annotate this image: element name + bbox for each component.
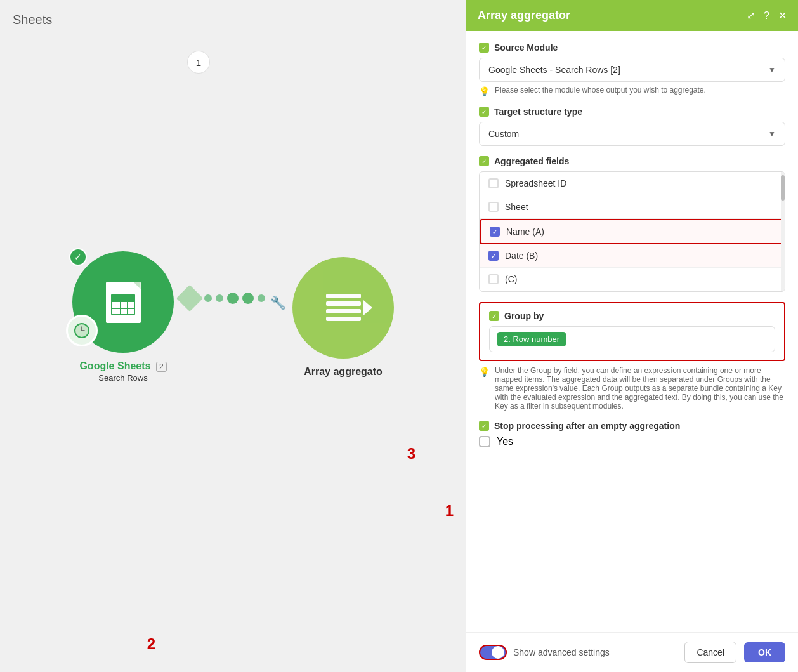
panel-header-icons: ⤢ ? ✕ bbox=[747, 10, 787, 22]
dot-4 bbox=[242, 293, 254, 304]
group-by-box: ✓ Group by 2. Row number bbox=[479, 302, 785, 361]
source-module-dropdown[interactable]: Google Sheets - Search Rows [2] ▼ bbox=[479, 58, 785, 82]
dot-1 bbox=[204, 294, 212, 302]
canvas-area: Sheets 1 bbox=[0, 0, 466, 672]
gs-sub: Search Rows bbox=[79, 373, 166, 383]
scroll-indicator bbox=[781, 172, 785, 291]
group-by-section: ✓ Group by 2. Row number 💡 Under the Gro… bbox=[479, 302, 785, 411]
checkbox-c[interactable] bbox=[488, 274, 499, 284]
source-module-arrow: ▼ bbox=[768, 65, 776, 74]
fields-scroll-wrapper: Spreadsheet ID Sheet ✓ Name (A) ✓ Date (… bbox=[479, 171, 785, 292]
canvas-title: Sheets bbox=[13, 13, 52, 27]
red-number-2: 2 bbox=[147, 635, 155, 653]
checkbox-date-b[interactable]: ✓ bbox=[488, 251, 499, 261]
field-label-spreadsheet-id: Spreadsheet ID bbox=[505, 178, 566, 188]
group-by-hint: 💡 Under the Group by field, you can defi… bbox=[479, 366, 785, 411]
field-row-date-b: ✓ Date (B) bbox=[480, 244, 785, 268]
panel-footer: Show advanced settings Cancel OK bbox=[466, 632, 798, 672]
red-number-3: 3 bbox=[407, 445, 415, 463]
checkbox-sheet[interactable] bbox=[488, 202, 499, 212]
red-number-1: 1 bbox=[445, 502, 454, 520]
toggle-row: Show advanced settings bbox=[479, 645, 677, 660]
target-structure-arrow: ▼ bbox=[768, 129, 776, 138]
yes-checkbox-row: Yes bbox=[479, 436, 785, 447]
hint-icon-group: 💡 bbox=[479, 367, 490, 377]
scroll-thumb bbox=[781, 175, 785, 201]
dot-2 bbox=[216, 294, 223, 302]
group-by-header: ✓ Group by bbox=[489, 311, 775, 321]
aggregated-fields-header: ✓ Aggregated fields bbox=[479, 156, 785, 166]
google-sheets-label: Google Sheets 2 Search Rows bbox=[79, 360, 166, 383]
source-module-label: Source Module bbox=[494, 43, 558, 53]
diamond-connector bbox=[176, 284, 203, 311]
toggle-knob bbox=[492, 646, 504, 659]
dot-3 bbox=[227, 293, 239, 304]
close-icon[interactable]: ✕ bbox=[778, 10, 787, 22]
group-chip: 2. Row number bbox=[497, 332, 566, 346]
checkbox-name-a[interactable]: ✓ bbox=[490, 227, 500, 237]
group-by-check: ✓ bbox=[489, 311, 499, 321]
field-row-spreadsheet-id: Spreadsheet ID bbox=[480, 172, 785, 195]
target-structure-section: ✓ Target structure type Custom ▼ bbox=[479, 107, 785, 146]
target-structure-label: Target structure type bbox=[494, 107, 582, 117]
google-sheets-circle[interactable] bbox=[72, 251, 174, 353]
target-structure-dropdown[interactable]: Custom ▼ bbox=[479, 122, 785, 146]
wrench-icon: 🔧 bbox=[270, 295, 286, 310]
agg-label-text: Array aggregato bbox=[304, 366, 383, 378]
field-label-name-a: Name (A) bbox=[506, 227, 544, 237]
hint-icon-source: 💡 bbox=[479, 86, 490, 96]
field-row-c: (C) bbox=[480, 268, 785, 291]
expand-icon[interactable]: ⤢ bbox=[747, 10, 755, 22]
gs-badge: 2 bbox=[156, 362, 167, 372]
step-bubble-1: 1 bbox=[187, 51, 210, 74]
workflow-container: ✓ Google Sheets 2 Search Rows 🔧 bbox=[72, 251, 394, 383]
aggregated-fields-check: ✓ bbox=[479, 156, 489, 166]
panel-title: Array aggregator bbox=[478, 9, 570, 22]
agg-line-4 bbox=[326, 317, 361, 321]
toggle-label: Show advanced settings bbox=[513, 647, 610, 657]
aggregator-icon bbox=[326, 294, 361, 321]
target-structure-value: Custom bbox=[488, 129, 519, 139]
google-sheets-node: ✓ Google Sheets 2 Search Rows bbox=[72, 251, 174, 383]
advanced-settings-toggle[interactable] bbox=[479, 645, 507, 660]
stop-processing-header: ✓ Stop processing after an empty aggrega… bbox=[479, 421, 785, 431]
success-badge: ✓ bbox=[69, 248, 87, 266]
stop-processing-section: ✓ Stop processing after an empty aggrega… bbox=[479, 421, 785, 447]
field-row-sheet: Sheet bbox=[480, 195, 785, 219]
gs-doc-icon bbox=[106, 282, 141, 323]
source-module-value: Google Sheets - Search Rows [2] bbox=[488, 65, 620, 75]
aggregator-circle[interactable] bbox=[292, 257, 394, 359]
aggregated-fields-label: Aggregated fields bbox=[494, 156, 569, 166]
agg-line-3 bbox=[326, 309, 361, 313]
field-label-sheet: Sheet bbox=[505, 202, 528, 212]
ok-button[interactable]: OK bbox=[744, 642, 785, 662]
stop-processing-check: ✓ bbox=[479, 421, 489, 431]
checkbox-spreadsheet-id[interactable] bbox=[488, 178, 499, 188]
source-module-section: ✓ Source Module Google Sheets - Search R… bbox=[479, 43, 785, 96]
panel-header: Array aggregator ⤢ ? ✕ bbox=[466, 0, 798, 31]
agg-line-1 bbox=[326, 294, 361, 298]
right-panel: Array aggregator ⤢ ? ✕ ✓ Source Module G… bbox=[466, 0, 798, 672]
field-label-c: (C) bbox=[505, 274, 517, 284]
connector-dots bbox=[204, 293, 265, 304]
yes-label: Yes bbox=[497, 436, 513, 447]
stop-processing-label: Stop processing after an empty aggregati… bbox=[494, 421, 680, 431]
source-module-hint: 💡 Please select the module whose output … bbox=[479, 86, 785, 96]
clock-badge bbox=[66, 315, 98, 346]
yes-checkbox[interactable] bbox=[479, 436, 490, 447]
group-by-input[interactable]: 2. Row number bbox=[489, 326, 775, 352]
field-row-name-a: ✓ Name (A) bbox=[480, 219, 785, 244]
gs-name: Google Sheets bbox=[79, 360, 150, 371]
field-label-date-b: Date (B) bbox=[505, 251, 538, 261]
aggregator-label: Array aggregato bbox=[304, 366, 383, 378]
target-structure-check: ✓ bbox=[479, 107, 489, 117]
cancel-button[interactable]: Cancel bbox=[684, 642, 736, 663]
group-by-label: Group by bbox=[504, 311, 544, 321]
help-icon[interactable]: ? bbox=[764, 10, 769, 22]
aggregated-fields-section: ✓ Aggregated fields Spreadsheet ID Sheet… bbox=[479, 156, 785, 292]
agg-line-2 bbox=[326, 301, 361, 306]
source-module-header: ✓ Source Module bbox=[479, 43, 785, 53]
target-structure-header: ✓ Target structure type bbox=[479, 107, 785, 117]
source-module-check: ✓ bbox=[479, 43, 489, 53]
connection-area: 🔧 bbox=[180, 286, 286, 310]
